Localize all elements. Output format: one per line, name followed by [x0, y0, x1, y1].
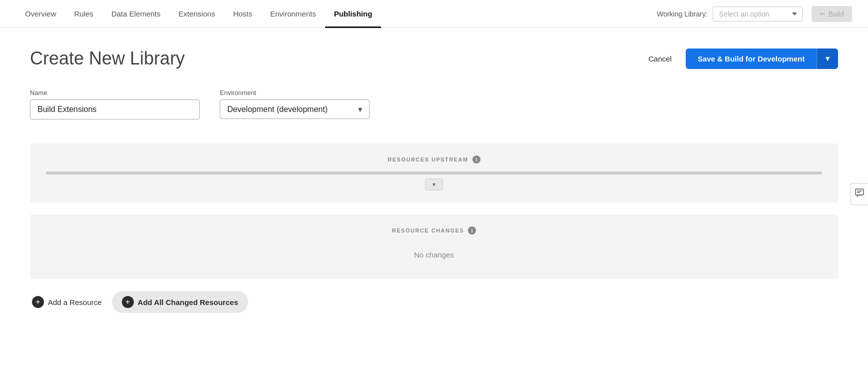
- build-icon: ✂: [820, 10, 826, 18]
- expand-upstream-button[interactable]: ▾: [425, 178, 443, 190]
- resources-upstream-section: RESOURCES UPSTREAM i ▾: [30, 144, 838, 202]
- add-all-changed-label: Add All Changed Resources: [138, 298, 238, 306]
- side-panel-toggle[interactable]: [851, 183, 868, 205]
- build-label: Build: [829, 10, 844, 18]
- resource-changes-header: RESOURCE CHANGES i: [46, 226, 822, 234]
- name-field: Name: [30, 89, 200, 120]
- add-resource-plus-icon: +: [32, 296, 44, 308]
- upstream-progress-bar: [46, 172, 822, 174]
- resources-upstream-info-icon[interactable]: i: [472, 156, 480, 164]
- environment-select[interactable]: Development (development) Staging Produc…: [220, 100, 370, 119]
- cancel-button[interactable]: Cancel: [640, 50, 680, 67]
- nav-item-publishing[interactable]: Publishing: [325, 0, 382, 28]
- resource-changes-info-icon[interactable]: i: [468, 226, 476, 234]
- nav-item-rules[interactable]: Rules: [65, 0, 102, 28]
- bottom-actions: + Add a Resource + Add All Changed Resou…: [30, 291, 838, 313]
- chevron-down-icon: ▾: [433, 181, 435, 188]
- save-build-button[interactable]: Save & Build for Development: [686, 48, 817, 69]
- nav-item-environments[interactable]: Environments: [261, 0, 325, 28]
- add-resource-button[interactable]: + Add a Resource: [30, 291, 104, 313]
- working-library-select[interactable]: Select an option: [713, 6, 803, 22]
- page-actions: Cancel Save & Build for Development ▼: [640, 48, 838, 69]
- form-row: Name Environment Development (developmen…: [30, 89, 838, 120]
- add-all-plus-icon: +: [122, 296, 134, 308]
- resource-changes-section: RESOURCE CHANGES i No changes: [30, 214, 838, 279]
- chevron-down-icon: ▼: [824, 54, 831, 62]
- svg-rect-0: [856, 189, 864, 195]
- nav-item-hosts[interactable]: Hosts: [224, 0, 261, 28]
- page-title: Create New Library: [30, 48, 185, 69]
- main-content: Create New Library Cancel Save & Build f…: [0, 28, 868, 388]
- env-select-wrapper: Development (development) Staging Produc…: [220, 100, 370, 119]
- working-library-label: Working Library:: [657, 10, 708, 18]
- resource-changes-title: RESOURCE CHANGES: [392, 228, 464, 234]
- add-resource-label: Add a Resource: [48, 298, 102, 306]
- expand-chevron-container: ▾: [46, 178, 822, 190]
- nav-item-data-elements[interactable]: Data Elements: [102, 0, 169, 28]
- nav-item-overview[interactable]: Overview: [16, 0, 65, 28]
- nav-item-extensions[interactable]: Extensions: [169, 0, 224, 28]
- resources-upstream-header: RESOURCES UPSTREAM i: [46, 156, 822, 164]
- environment-field: Environment Development (development) St…: [220, 89, 370, 120]
- nav-items: Overview Rules Data Elements Extensions …: [16, 0, 657, 28]
- page-header: Create New Library Cancel Save & Build f…: [30, 48, 838, 69]
- comment-icon: [855, 188, 864, 198]
- add-all-changed-button[interactable]: + Add All Changed Resources: [112, 291, 248, 313]
- name-input[interactable]: [30, 100, 200, 120]
- no-changes-text: No changes: [46, 242, 822, 267]
- working-library-section: Working Library: Select an option ✂ Buil…: [657, 6, 852, 22]
- name-label: Name: [30, 89, 200, 96]
- build-button: ✂ Build: [812, 6, 852, 22]
- resources-upstream-title: RESOURCES UPSTREAM: [388, 156, 468, 162]
- save-build-btn-group: Save & Build for Development ▼: [686, 48, 838, 69]
- environment-label: Environment: [220, 89, 370, 96]
- save-build-chevron-button[interactable]: ▼: [817, 48, 838, 69]
- top-navigation: Overview Rules Data Elements Extensions …: [0, 0, 868, 28]
